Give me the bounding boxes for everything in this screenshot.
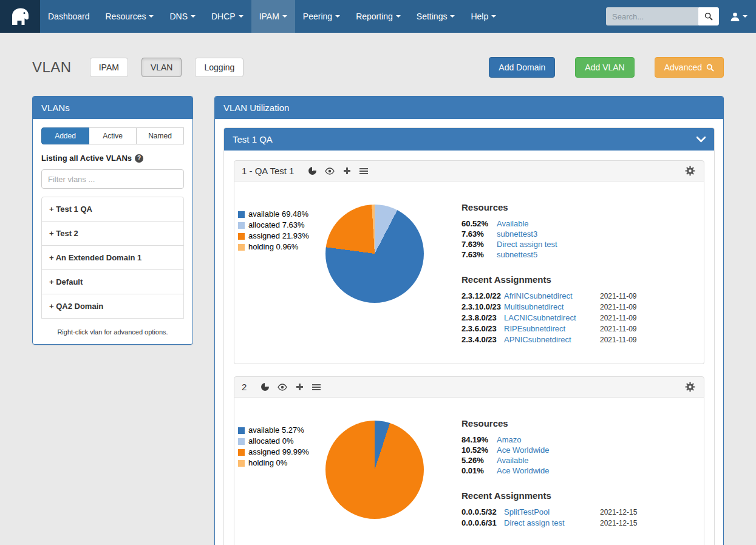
nav-item-label: Reporting [356,12,393,21]
view-tab-button[interactable]: VLAN [141,58,182,77]
assignment-date: 2021-11-09 [600,302,637,313]
legend-label: assigned 99.99% [248,447,309,457]
nav-item-label: Resources [106,12,146,21]
assignment-link[interactable]: SplitTestPool [504,507,600,518]
nav-menu-item[interactable]: DNS [162,0,203,33]
resource-percent: 7.63% [461,229,497,239]
nav-menu-item[interactable]: Resources [98,0,162,33]
menu-icon[interactable] [359,168,368,175]
resource-link[interactable]: subnettest5 [497,249,537,260]
nav-menu-item[interactable]: Peering [295,0,348,33]
legend-item: holding 0.96% [238,242,321,252]
legend-swatch [238,449,245,456]
assignment-link[interactable]: RIPEsubnetdirect [504,323,600,334]
eye-icon[interactable] [325,168,335,175]
legend-item: available 69.48% [238,209,321,219]
assignment-row: 2.3.8.0/23 LACNICsubnetdirect 2021-11-09 [461,313,637,323]
nav-menu-item[interactable]: Help [463,0,504,33]
resource-percent: 0.01% [461,465,497,476]
app-logo[interactable] [0,0,40,33]
utilization-pie-chart[interactable] [325,421,424,519]
nav-menu-item[interactable]: IPAM [251,0,295,33]
assignment-link[interactable]: AfriNICsubnetdirect [504,291,600,302]
legend-swatch [238,460,245,467]
nav-menu-item[interactable]: Dashboard [40,0,98,33]
assignment-link[interactable]: LACNICsubnetdirect [504,313,600,323]
legend-item: available 5.27% [238,425,321,435]
search-input[interactable] [606,7,698,25]
legend-swatch [238,244,245,251]
assignment-link[interactable]: Direct assign test [504,518,600,529]
resource-link[interactable]: Ace Worldwide [497,445,549,455]
assignment-date: 2021-12-15 [600,507,637,518]
vlan-section: 1 - QA Test 1 [234,160,704,364]
resource-link[interactable]: Available [497,218,529,229]
nav-item-label: Help [471,12,488,21]
vlan-filter-input[interactable] [41,169,184,189]
gear-icon[interactable] [685,166,695,176]
nav-menu-item[interactable]: Settings [409,0,463,33]
chevron-down-icon[interactable] [696,137,706,143]
assignment-link[interactable]: Multisubnetdirect [504,302,600,313]
resource-row: 0.01% Ace Worldwide [461,465,637,476]
resource-percent: 7.63% [461,239,497,249]
section-header: 2 [234,376,704,398]
assignment-row: 2.3.6.0/23 RIPEsubnetdirect 2021-11-09 [461,323,637,334]
pie-legend: available 5.27% allocated 0% [238,425,321,469]
assignments-heading: Recent Assignments [461,274,637,285]
action-button[interactable]: Add Domain [489,57,555,78]
user-menu[interactable] [730,12,747,22]
plus-icon[interactable] [296,383,304,391]
resource-row: 7.63% subnettest5 [461,249,637,260]
nav-menu-item[interactable]: Reporting [348,0,409,33]
section-details: Resources 60.52% Available 7.63% [461,202,637,345]
action-button[interactable]: Add VLAN [575,57,634,78]
menu-icon[interactable] [312,384,321,391]
search-icon [706,64,714,72]
elephant-logo-icon [8,5,32,27]
resource-percent: 84.19% [461,435,497,445]
resource-percent: 10.52% [461,445,497,455]
resource-link[interactable]: Ace Worldwide [497,465,549,476]
vlan-list-item[interactable]: + QA2 Domain [41,294,184,319]
view-tab-button[interactable]: IPAM [90,58,128,77]
search-button[interactable] [698,7,719,25]
resource-link[interactable]: Available [497,455,529,465]
vlan-view-button[interactable]: Named [136,127,184,144]
legend-label: holding 0% [248,458,287,468]
eye-icon[interactable] [278,384,287,391]
vlan-list-item[interactable]: + Test 2 [41,221,184,246]
nav-item-label: DNS [169,12,188,21]
section-header: 1 - QA Test 1 [234,160,704,181]
resource-link[interactable]: subnettest3 [497,229,537,239]
global-search [606,7,719,25]
assignment-row: 2.3.12.0/22 AfriNICsubnetdirect 2021-11-… [461,291,637,302]
legend-item: assigned 21.93% [238,231,321,241]
resource-link[interactable]: Amazo [497,435,521,445]
pie-chart-icon[interactable] [308,167,316,175]
plus-icon[interactable] [343,167,351,175]
resource-link[interactable]: Direct assign test [497,239,557,249]
vlan-list-item[interactable]: + An Extended Domain 1 [41,245,184,270]
assignment-date: 2021-11-09 [600,323,637,334]
vlan-list-item[interactable]: + Default [41,269,184,294]
resource-row: 7.63% Direct assign test [461,239,637,249]
help-icon[interactable]: ? [135,154,143,163]
vlan-view-button[interactable]: Added [41,127,89,144]
pie-chart-icon[interactable] [261,383,269,391]
vlan-group-header[interactable]: Test 1 QA [224,128,714,151]
action-button-label: Advanced [664,63,702,72]
legend-label: available 5.27% [248,425,304,435]
gear-icon[interactable] [685,382,695,392]
nav-menu-item[interactable]: DHCP [203,0,251,33]
legend-swatch [238,233,245,240]
assignment-link[interactable]: APNICsubnetdirect [504,334,600,345]
vlan-group-title: Test 1 QA [233,134,273,144]
vlan-view-button[interactable]: Active [89,127,137,144]
action-button-label: Add VLAN [585,63,624,72]
nav-item-label: DHCP [211,12,236,21]
action-button[interactable]: Advanced [655,57,724,78]
view-tab-button[interactable]: Logging [195,58,243,77]
vlan-list-item[interactable]: + Test 1 QA [41,197,184,222]
utilization-pie-chart[interactable] [325,205,424,303]
